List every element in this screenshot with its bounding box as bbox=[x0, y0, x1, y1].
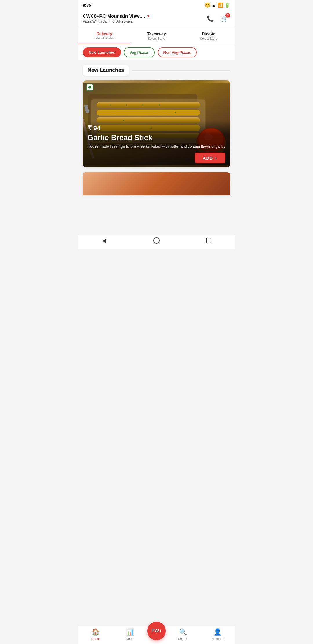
status-bar: 9:35 😊 ▲ 📶 🔋 bbox=[78, 0, 235, 10]
tab-delivery[interactable]: Delivery Select Location bbox=[78, 28, 130, 44]
nav-home[interactable]: 🏠 Home bbox=[78, 628, 113, 641]
pw-plus-button[interactable]: PW+ bbox=[147, 622, 166, 640]
product-name: Garlic Bread Stick bbox=[88, 133, 225, 142]
signal-icon: 📶 bbox=[217, 2, 223, 8]
section-divider bbox=[132, 70, 230, 71]
home-icon: 🏠 bbox=[92, 628, 99, 636]
category-filter-chips: New Launches Veg Pizzas Non Veg Pizzas bbox=[78, 44, 235, 60]
svg-point-10 bbox=[142, 104, 143, 106]
header-actions: 📞 🛒 7 bbox=[205, 13, 230, 24]
svg-point-8 bbox=[110, 104, 111, 106]
offers-icon: 📊 bbox=[126, 628, 134, 636]
account-icon: 👤 bbox=[214, 628, 221, 636]
svg-rect-3 bbox=[97, 102, 200, 108]
location-chevron-icon: ▼ bbox=[147, 14, 150, 18]
svg-point-11 bbox=[159, 104, 160, 106]
svg-point-12 bbox=[175, 112, 176, 113]
product-card-garlic-bread[interactable]: ₹ 94 Garlic Bread Stick House made Fresh… bbox=[83, 80, 230, 167]
home-system-icon bbox=[153, 237, 160, 244]
emoji-icon: 😊 bbox=[205, 2, 210, 8]
order-type-tabs: Delivery Select Location Takeaway Select… bbox=[78, 28, 235, 44]
tab-takeaway[interactable]: Takeaway Select Store bbox=[130, 28, 183, 44]
takeaway-tab-title: Takeaway bbox=[133, 32, 180, 36]
product-image: ₹ 94 Garlic Bread Stick House made Fresh… bbox=[83, 80, 230, 167]
phone-button[interactable]: 📞 bbox=[205, 13, 216, 24]
veg-dot bbox=[88, 86, 91, 89]
home-system-button[interactable] bbox=[152, 236, 161, 245]
location-text: CWC8+RC Mountain View,… bbox=[83, 14, 145, 19]
header-left: CWC8+RC Mountain View,… ▼ Pizza Wings Ja… bbox=[83, 14, 150, 23]
chip-non-veg-pizzas[interactable]: Non Veg Pizzas bbox=[158, 47, 197, 57]
nav-search[interactable]: 🔍 Search bbox=[166, 628, 200, 641]
system-navigation: ◀ bbox=[78, 235, 235, 249]
home-label: Home bbox=[91, 637, 100, 641]
cart-button[interactable]: 🛒 7 bbox=[219, 13, 230, 24]
recents-button[interactable] bbox=[204, 236, 213, 245]
section-title: New Launches bbox=[83, 65, 129, 76]
veg-badge bbox=[86, 84, 93, 91]
delivery-tab-subtitle: Select Location bbox=[81, 37, 128, 40]
nav-offers[interactable]: 📊 Offers bbox=[113, 628, 147, 641]
cart-badge: 7 bbox=[225, 13, 230, 18]
battery-icon: 🔋 bbox=[224, 2, 230, 8]
product-price: ₹ 94 bbox=[88, 124, 225, 132]
new-launches-section: New Launches bbox=[78, 60, 235, 200]
chip-veg-pizzas[interactable]: Veg Pizzas bbox=[124, 47, 154, 57]
add-to-cart-button[interactable]: ADD + bbox=[195, 153, 225, 163]
product-info-overlay: ₹ 94 Garlic Bread Stick House made Fresh… bbox=[83, 120, 230, 167]
next-card-bg bbox=[83, 172, 230, 195]
offers-label: Offers bbox=[126, 637, 134, 641]
nav-account[interactable]: 👤 Account bbox=[200, 628, 235, 641]
pw-plus-label: PW+ bbox=[151, 628, 161, 634]
svg-rect-4 bbox=[97, 110, 200, 116]
back-icon: ◀ bbox=[102, 237, 106, 244]
recents-icon bbox=[206, 238, 211, 243]
back-button[interactable]: ◀ bbox=[100, 236, 109, 245]
svg-point-9 bbox=[126, 104, 127, 106]
account-label: Account bbox=[212, 637, 223, 641]
product-description: House made Fresh garlic breadsticks bake… bbox=[88, 144, 225, 149]
tab-dinein[interactable]: Dine-in Select Store bbox=[183, 28, 235, 44]
chip-new-launches[interactable]: New Launches bbox=[83, 47, 121, 57]
dinein-tab-title: Dine-in bbox=[185, 32, 232, 36]
status-icons: 😊 ▲ 📶 🔋 bbox=[205, 2, 230, 8]
delivery-tab-title: Delivery bbox=[81, 31, 128, 36]
next-product-card-preview[interactable] bbox=[83, 172, 230, 195]
section-header: New Launches bbox=[83, 65, 230, 76]
phone-icon: 📞 bbox=[207, 15, 214, 22]
takeaway-tab-subtitle: Select Store bbox=[133, 37, 180, 40]
bottom-navigation: 🏠 Home 📊 Offers PW+ 🔍 Search 👤 Account bbox=[78, 626, 235, 644]
search-nav-icon: 🔍 bbox=[179, 628, 187, 636]
restaurant-name: Pizza Wings Jammu Udheywala bbox=[83, 19, 150, 23]
location-selector[interactable]: CWC8+RC Mountain View,… ▼ bbox=[83, 14, 150, 19]
dinein-tab-subtitle: Select Store bbox=[185, 37, 232, 40]
search-label: Search bbox=[178, 637, 188, 641]
app-header: CWC8+RC Mountain View,… ▼ Pizza Wings Ja… bbox=[78, 10, 235, 28]
status-time: 9:35 bbox=[83, 3, 91, 8]
wifi-icon: ▲ bbox=[212, 3, 216, 8]
